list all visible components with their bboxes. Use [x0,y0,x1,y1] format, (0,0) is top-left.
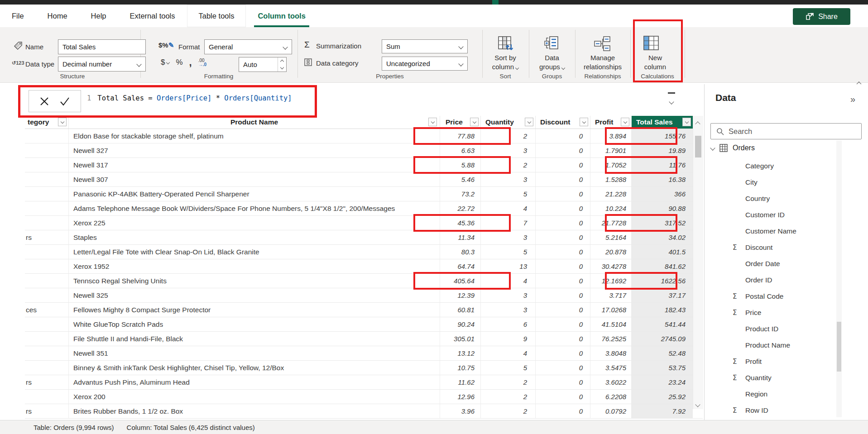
orders-table-node[interactable]: Orders [711,144,755,152]
field-item[interactable]: Σ Customer ID [705,207,840,223]
field-item[interactable]: Σ Price [705,305,840,321]
field-item[interactable]: Σ Row ID [705,402,840,419]
field-item[interactable]: Σ Customer Name [705,223,840,239]
table-row[interactable]: Tennsco Regal Shelving Units 405.64 4 0 … [25,274,703,288]
cell-profit: 21.7728 [590,216,632,230]
format-select[interactable]: General [204,39,292,54]
cell-total-sales: 37.17 [632,288,693,302]
field-item[interactable]: Σ Product ID [705,321,840,337]
filter-chevron-icon[interactable] [580,118,588,126]
header-price[interactable]: Price [440,116,481,129]
filter-chevron-icon[interactable] [470,118,479,126]
table-row[interactable]: Letter/Legal File Tote with Clear Snap-O… [25,245,703,259]
field-item[interactable]: Σ Region [705,386,840,402]
share-button[interactable]: Share [793,8,850,25]
table-row[interactable]: Newell 307 5.46 3 0 1.5288 16.38 [25,172,703,187]
menu-tab[interactable]: Table tools [187,5,246,27]
table-row[interactable]: Newell 327 6.63 3 0 1.7901 19.89 [25,143,703,158]
cell-quantity: 4 [481,201,536,215]
header-product-name[interactable]: Product Name [69,116,440,129]
scroll-up-icon[interactable] [696,119,700,128]
cell-category [25,172,69,186]
header-quantity[interactable]: Quantity [481,116,536,129]
pane-scrollbar[interactable] [836,140,842,417]
pane-scroll-thumb[interactable] [837,322,841,372]
field-item[interactable]: Σ Discount [705,239,840,256]
filter-chevron-icon[interactable] [621,118,629,126]
percent-button[interactable]: % [176,58,182,67]
table-row[interactable]: Newell 317 5.88 2 0 1.7052 11.76 [25,158,703,172]
collapse-pane-icon[interactable]: » [850,94,854,105]
table-row[interactable]: Xerox 1952 64.74 13 0 30.4278 841.62 [25,259,703,274]
dax-formula-input[interactable]: 1Total Sales = Orders[Price] * Orders[Qu… [87,94,292,102]
field-item[interactable]: Σ Postal Code [705,288,840,305]
relationships-group-label: Relationships [584,73,621,80]
menu-tab[interactable]: External tools [118,5,187,27]
filter-chevron-icon[interactable] [58,118,67,126]
table-row[interactable]: Panasonic KP-4ABK Battery-Operated Penci… [25,187,703,201]
table-row[interactable]: White GlueTop Scratch Pads 90.24 6 0 41.… [25,317,703,332]
menu-tab[interactable]: File [0,5,36,27]
stepper-arrows[interactable] [278,57,286,72]
vertical-scroll-thumb[interactable] [695,136,701,157]
field-item[interactable]: Σ Quantity [705,370,840,386]
field-item[interactable]: Σ Profit [705,353,840,370]
filter-chevron-icon[interactable] [428,118,437,126]
field-item[interactable]: Σ Category [705,158,840,174]
cell-total-sales: 317.52 [632,216,693,230]
menu-tab[interactable]: Help [79,5,118,27]
summarization-select[interactable]: Sum [382,39,468,53]
vertical-scrollbar[interactable] [693,116,703,409]
table-row[interactable]: Newell 325 12.39 3 0 3.717 37.17 [25,288,703,303]
data-groups-button[interactable]: Data groups [528,53,575,72]
field-label: Profit [745,358,762,366]
column-name-input[interactable]: Total Sales [58,39,146,54]
cell-total-sales: 7.92 [632,404,693,418]
scroll-down-icon[interactable] [696,400,700,408]
field-item[interactable]: Σ Order ID [705,272,840,288]
table-row[interactable]: Binney & Smith inkTank Desk Highlighter,… [25,361,703,375]
table-row[interactable]: File Shuttle II and Handi-File, Black 30… [25,332,703,346]
cell-price: 11.62 [440,375,481,389]
field-item[interactable]: Σ Country [705,191,840,207]
table-row[interactable]: Xerox 200 12.96 2 0 6.2208 25.92 [25,390,703,404]
table-row[interactable]: ces Fellowes Mighty 8 Compact Surge Prot… [25,303,703,317]
manage-relationships-button[interactable]: Manage relationships [578,53,628,72]
datatype-select[interactable]: Decimal number [58,57,146,72]
table-row[interactable]: rs Advantus Push Pins, Aluminum Head 11.… [25,375,703,390]
sort-by-column-button[interactable]: Sort by column [482,53,529,72]
header-category[interactable]: tegory [25,116,69,129]
menu-tab[interactable]: Column tools [246,5,317,27]
formula-buttons [29,90,81,112]
menu-tab[interactable]: Home [36,5,79,27]
filter-chevron-icon[interactable] [525,118,533,126]
header-total-sales-selected[interactable]: Total Sales [632,116,693,129]
header-profit[interactable]: Profit [590,116,632,129]
table-row[interactable]: Newell 351 13.12 4 0 3.8048 52.48 [25,346,703,361]
cell-discount: 0 [536,404,590,418]
table-row[interactable]: Adams Telephone Message Book W/Dividers/… [25,201,703,216]
field-item[interactable]: Σ Order Date [705,256,840,272]
search-input[interactable]: Search [710,123,862,139]
table-row[interactable]: rs Brites Rubber Bands, 1 1/2 oz. Box 3.… [25,404,703,419]
cell-price: 5.46 [440,172,481,186]
formula-expand-icon[interactable] [665,92,678,105]
cell-product-name: Xerox 225 [69,216,440,230]
currency-button[interactable]: $ [161,58,169,67]
cell-product-name: Letter/Legal File Tote with Clear Snap-O… [69,245,440,259]
decimal-auto-stepper[interactable]: Auto [239,57,287,72]
cancel-icon[interactable] [39,96,49,106]
table-row[interactable]: Xerox 225 45.36 7 0 21.7728 317.52 [25,216,703,230]
table-row[interactable]: rs Staples 11.34 3 0 5.2164 34.02 [25,230,703,245]
new-column-button[interactable]: New column [632,53,679,72]
decimal-places-button[interactable]: .00 →.0 [198,58,206,67]
field-item[interactable]: Σ City [705,174,840,191]
commit-icon[interactable] [59,96,70,106]
datacategory-select[interactable]: Uncategorized [382,57,468,71]
filter-chevron-icon[interactable] [682,118,691,126]
field-item[interactable]: Σ Product Name [705,337,840,353]
table-row[interactable]: Eldon Base for stackable storage shelf, … [25,129,703,143]
comma-button[interactable]: , [189,60,192,65]
chevron-down-icon[interactable] [710,145,715,150]
header-discount[interactable]: Discount [536,116,590,129]
